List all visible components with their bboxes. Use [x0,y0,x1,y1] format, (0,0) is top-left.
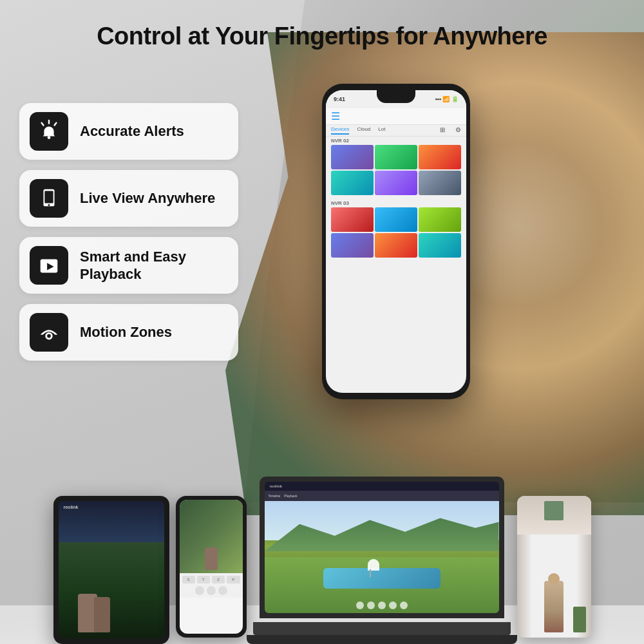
accurate-alerts-label: Accurate Alerts [80,122,184,140]
cam-grid-1 [326,145,466,195]
small-phone-mockup: S T Z P [176,496,247,638]
cam-thumb-2 [375,145,417,169]
laptop-bottom [247,635,517,644]
cam-grid-2 [326,207,466,258]
svg-point-10 [47,334,51,338]
motion-icon-box [30,313,68,352]
nav-devices[interactable]: Devices [331,126,349,135]
doorbell-scene [517,535,591,638]
laptop-nav-item-2[interactable]: Playback [284,494,297,498]
laptop-umbrella [368,559,379,571]
phone-icon [37,186,61,211]
motion-zones-label: Motion Zones [80,323,172,341]
feature-live-view: Live View Anywhere [19,170,238,227]
cam-thumb-9 [419,207,461,232]
alert-icon [37,119,61,144]
laptop-nav-bar: Timeline Playback [265,491,499,501]
cam-thumb-12 [419,233,461,258]
laptop-cam-view [265,501,499,613]
btn-back[interactable] [207,586,216,595]
svg-rect-5 [44,191,53,204]
cam-thumb-8 [375,207,417,232]
tablet-brand-label: reolink [64,505,79,509]
laptop-ctrl-play[interactable] [367,601,375,609]
feature-motion-zones: Motion Zones [19,304,238,361]
cam-thumb-5 [375,171,417,195]
cam-thumb-10 [331,233,374,258]
door-person-body [544,581,564,632]
grid-icon[interactable]: ⊞ [440,126,445,135]
alert-icon-box [30,112,68,151]
cam-thumb-11 [375,233,417,258]
svg-line-2 [55,123,57,126]
laptop-mockup: reolink Timeline Playback [253,477,511,644]
phone-nav: Devices Cloud Lot ⊞ ⚙ [326,125,466,137]
laptop-ctrl-full[interactable] [400,601,408,609]
devices-section: reolink S T Z P [0,457,644,644]
laptop-controls [356,601,408,609]
right-device [517,496,591,638]
btn-home[interactable] [195,586,204,595]
tablet-screen: reolink [59,501,164,639]
settings-icon[interactable]: ⚙ [455,126,461,135]
nvr03-label: NVR 03 [326,199,466,207]
nvr02-label: NVR 02 [326,137,466,145]
ctrl-t[interactable]: T [197,576,210,583]
svg-line-1 [42,123,44,126]
laptop-screen-inner: reolink Timeline Playback [265,482,499,613]
small-phone-cam-view [180,500,243,573]
phone-signal: ▪▪▪ 📶 🔋 [435,96,459,102]
tablet-mockup: reolink [53,496,169,644]
ctrl-z[interactable]: Z [212,576,225,583]
laptop-pool [323,568,440,588]
door-person-head [548,573,560,585]
small-phone-controls: S T Z P [180,573,243,598]
cam-thumb-6 [419,171,461,195]
laptop-ctrl-next[interactable] [378,601,386,609]
motion-zones-icon [37,320,61,345]
play-icon [37,253,61,278]
ctrl-p[interactable]: P [227,576,240,583]
feature-smart-playback: Smart and Easy Playback [19,237,238,294]
cam-thumb-1 [331,145,374,169]
small-phone-figure [205,547,218,570]
cam-thumb-3 [419,145,461,169]
features-list: Accurate Alerts Live View Anywhere Smart… [19,103,238,361]
phone-icon-box [30,179,68,218]
door-plant [573,607,586,632]
small-phone-screen: S T Z P [180,500,243,634]
live-view-label: Live View Anywhere [80,189,215,207]
right-device-screen [517,535,591,638]
cam-thumb-7 [331,207,374,232]
laptop-ctrl-prev[interactable] [356,601,364,609]
smart-playback-label: Smart and Easy Playback [80,248,223,283]
phone-screen: 9:41 ▪▪▪ 📶 🔋 ☰ Devices Cloud Lot ⊞ ⚙ NVR… [326,90,466,393]
door-top [517,496,591,535]
page-title: Control at Your Fingertips for Anywhere [0,23,644,50]
nav-cloud[interactable]: Cloud [357,126,370,135]
cam-thumb-4 [331,171,374,195]
right-device-top [517,496,591,535]
phone-time: 9:41 [334,96,345,102]
svg-point-6 [48,204,50,206]
tablet-scene [59,542,164,639]
tablet-figure-2 [94,597,110,632]
laptop-nav-item-1[interactable]: Timeline [269,494,281,498]
phone-mockup: 9:41 ▪▪▪ 📶 🔋 ☰ Devices Cloud Lot ⊞ ⚙ NVR… [322,84,470,399]
laptop-base [253,622,511,635]
btn-menu[interactable] [218,586,227,595]
play-icon-box [30,246,68,285]
svg-point-3 [48,136,51,139]
feature-accurate-alerts: Accurate Alerts [19,103,238,160]
phone-notch [377,90,415,103]
laptop-umbrella-pole [370,569,371,577]
laptop-screen-part: reolink Timeline Playback [260,477,504,618]
nav-lot[interactable]: Lot [378,126,385,135]
ctrl-s[interactable]: S [182,576,195,583]
laptop-brand-label: reolink [270,484,283,488]
hamburger-icon[interactable]: ☰ [331,110,340,122]
door-window [544,501,564,520]
laptop-ctrl-vol[interactable] [389,601,397,609]
